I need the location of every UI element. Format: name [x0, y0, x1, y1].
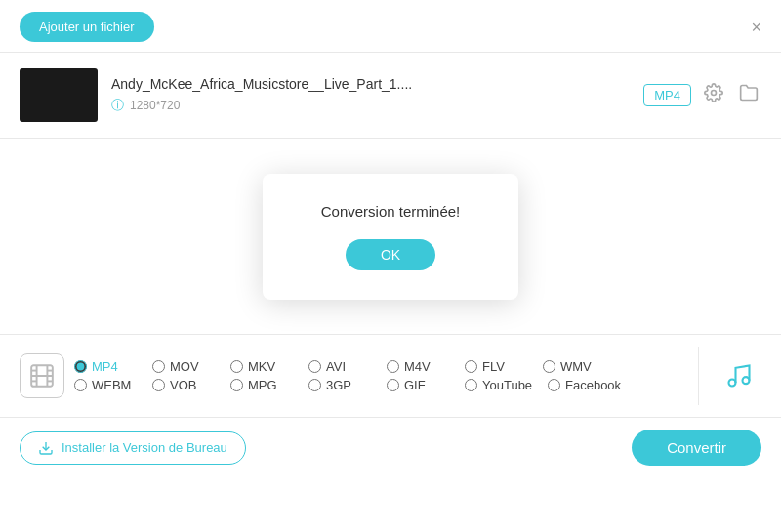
file-meta: ⓘ 1280*720: [111, 97, 630, 114]
header: Ajouter un fichier ×: [0, 0, 781, 53]
folder-icon: [739, 83, 759, 102]
video-format-icon[interactable]: [20, 353, 64, 398]
file-resolution: 1280*720: [130, 99, 180, 112]
add-file-button[interactable]: Ajouter un fichier: [20, 12, 154, 42]
modal-message: Conversion terminée!: [321, 203, 461, 220]
settings-button[interactable]: [701, 80, 726, 110]
file-actions: MP4: [643, 80, 761, 110]
format-option-avi[interactable]: AVI: [308, 359, 387, 374]
modal-ok-button[interactable]: OK: [346, 239, 435, 270]
file-thumbnail: [20, 68, 98, 122]
gear-icon: [704, 83, 723, 102]
format-option-flv[interactable]: FLV: [465, 359, 543, 374]
format-selector: MP4 MOV MKV AVI M4V FLV WMV: [0, 334, 781, 417]
file-list-area: Andy_McKee_Africa_Musicstore__Live_Part_…: [0, 53, 781, 139]
format-option-webm[interactable]: WEBM: [74, 378, 152, 392]
format-option-wmv[interactable]: WMV: [543, 359, 621, 374]
format-option-mkv[interactable]: MKV: [230, 359, 308, 374]
convert-button[interactable]: Convertir: [632, 430, 761, 466]
file-name: Andy_McKee_Africa_Musicstore__Live_Part_…: [111, 76, 630, 92]
music-icon: [725, 362, 753, 389]
close-button[interactable]: ×: [751, 19, 761, 36]
footer: Installer la Version de Bureau Convertir: [0, 417, 781, 477]
vertical-divider: [698, 347, 699, 405]
install-button[interactable]: Installer la Version de Bureau: [20, 431, 246, 465]
modal-overlay: Conversion terminée! OK: [0, 139, 781, 334]
folder-button[interactable]: [736, 80, 761, 110]
modal-box: Conversion terminée! OK: [263, 174, 519, 300]
format-option-3gp[interactable]: 3GP: [308, 378, 387, 392]
install-label: Installer la Version de Bureau: [62, 440, 227, 455]
info-icon: ⓘ: [111, 97, 124, 114]
format-badge[interactable]: MP4: [643, 84, 691, 106]
svg-point-9: [729, 380, 736, 387]
svg-point-0: [712, 91, 717, 96]
audio-format-icon[interactable]: [717, 353, 761, 398]
svg-point-10: [743, 377, 750, 384]
format-option-facebook[interactable]: Facebook: [548, 378, 631, 392]
format-option-youtube[interactable]: YouTube: [465, 378, 548, 392]
file-info: Andy_McKee_Africa_Musicstore__Live_Part_…: [111, 76, 630, 114]
main-content: Conversion terminée! OK: [0, 139, 781, 334]
format-option-gif[interactable]: GIF: [387, 378, 465, 392]
film-icon: [29, 363, 55, 389]
format-option-vob[interactable]: VOB: [152, 378, 230, 392]
download-icon: [38, 440, 54, 456]
format-option-mp4[interactable]: MP4: [74, 359, 152, 374]
file-item: Andy_McKee_Africa_Musicstore__Live_Part_…: [20, 68, 761, 122]
format-option-mov[interactable]: MOV: [152, 359, 230, 374]
format-grid-container: MP4 MOV MKV AVI M4V FLV WMV: [74, 359, 680, 392]
format-option-m4v[interactable]: M4V: [387, 359, 465, 374]
format-option-mpg[interactable]: MPG: [230, 378, 308, 392]
